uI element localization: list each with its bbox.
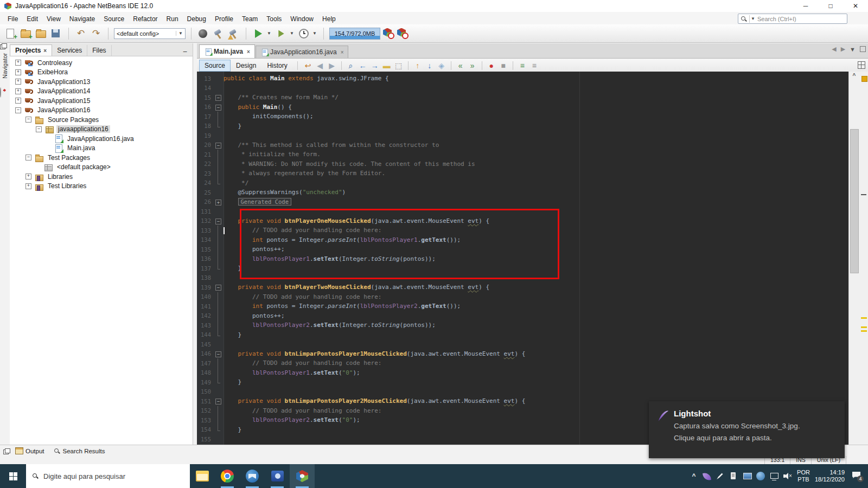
view-design-button[interactable]: Design xyxy=(231,60,261,72)
new-file-icon[interactable]: + xyxy=(4,27,17,40)
dock-output[interactable]: Output xyxy=(11,447,49,455)
toggle-bookmark-icon[interactable]: ◈ xyxy=(436,60,448,71)
close-button[interactable]: ✕ xyxy=(843,0,868,12)
editor-scrollbar[interactable]: ^ xyxy=(848,72,859,445)
start-button[interactable] xyxy=(0,464,26,488)
tree-item[interactable]: −Source Packages xyxy=(10,115,193,125)
display-settings-icon[interactable] xyxy=(743,472,751,480)
profile-dropdown-icon[interactable]: ▼ xyxy=(312,31,318,36)
tree-expander-icon[interactable]: + xyxy=(15,88,21,94)
record-macro-icon[interactable]: ● xyxy=(486,60,497,71)
save-all-icon[interactable] xyxy=(50,27,63,40)
clean-and-build-icon[interactable] xyxy=(227,27,240,40)
menu-profile[interactable]: Profile xyxy=(210,14,238,24)
quick-search-input[interactable]: ▼ Search (Ctrl+I) xyxy=(738,14,847,24)
fold-toggle-icon[interactable]: − xyxy=(213,93,224,102)
split-editor-icon[interactable] xyxy=(858,61,865,69)
tab-scroll-right-icon[interactable]: ▶ xyxy=(841,46,845,53)
stripe-warning-mark[interactable] xyxy=(861,317,867,319)
tree-item[interactable]: <default package> xyxy=(10,163,193,172)
menu-navigate[interactable]: Navigate xyxy=(65,14,99,24)
fold-toggle-icon[interactable]: + xyxy=(213,197,224,207)
taskbar-app-chrome[interactable] xyxy=(215,464,240,488)
stripe-warning-mark[interactable] xyxy=(861,330,867,332)
error-stripe[interactable] xyxy=(859,72,868,445)
debug-icon[interactable] xyxy=(275,27,288,40)
taskbar-app-file-explorer[interactable] xyxy=(190,464,215,488)
fold-box-icon[interactable]: − xyxy=(215,143,221,149)
build-hammer-icon[interactable] xyxy=(212,27,225,40)
tree-expander-icon[interactable]: + xyxy=(15,60,21,66)
menu-debug[interactable]: Debug xyxy=(183,14,210,24)
tree-item[interactable]: JavaApplication16.java xyxy=(10,134,193,144)
new-project-icon[interactable]: + xyxy=(20,27,33,40)
warnings-indicator-icon[interactable] xyxy=(861,76,867,82)
dock-search-results[interactable]: Search Results xyxy=(49,447,110,455)
fold-box-icon[interactable]: − xyxy=(215,285,221,291)
view-source-button[interactable]: Source xyxy=(199,60,231,72)
profile-icon[interactable] xyxy=(297,27,310,40)
navigator-compass-icon[interactable] xyxy=(0,87,1,98)
run-icon[interactable] xyxy=(252,27,265,40)
shift-left-icon[interactable]: « xyxy=(455,60,467,71)
tray-expand-icon[interactable]: ^ xyxy=(690,472,698,480)
editor-tab-javaapplication16.java[interactable]: JavaApplication16.java× xyxy=(256,46,349,58)
fold-box-icon[interactable]: + xyxy=(215,200,221,206)
tree-item[interactable]: −javaapplication16 xyxy=(10,125,193,134)
tree-item[interactable]: −JavaApplication16 xyxy=(10,106,193,115)
menu-file[interactable]: File xyxy=(3,14,22,24)
tree-item[interactable]: −Test Packages xyxy=(10,153,193,163)
menu-edit[interactable]: Edit xyxy=(22,14,42,24)
editor-tab-main.java[interactable]: Main.java× xyxy=(199,44,255,58)
language-indicator[interactable]: PORPTB xyxy=(797,469,810,483)
close-tab-icon[interactable]: × xyxy=(341,49,344,55)
search-dropdown-icon[interactable]: ▼ xyxy=(751,16,755,21)
tab-list-dropdown-icon[interactable]: ▼ xyxy=(850,46,856,53)
scrollbar-thumb[interactable] xyxy=(850,129,859,273)
minimize-panel-icon[interactable]: − xyxy=(177,47,193,56)
debug-dropdown-icon[interactable]: ▼ xyxy=(290,31,295,36)
prev-bookmark-icon[interactable]: ↑ xyxy=(412,60,424,71)
memory-usage[interactable]: 154,7/972,0MB xyxy=(329,28,380,40)
taskbar-app-media-app[interactable] xyxy=(265,464,290,488)
stop-macro-icon[interactable]: ■ xyxy=(497,60,509,71)
toggle-highlight-icon[interactable]: ▬ xyxy=(381,60,393,71)
tree-expander-icon[interactable]: − xyxy=(15,107,21,113)
panel-tab-projects[interactable]: Projects× xyxy=(10,44,52,56)
minimize-button[interactable]: ─ xyxy=(793,0,818,12)
run-dropdown-icon[interactable]: ▼ xyxy=(267,31,272,36)
tree-item[interactable]: +JavaApplication15 xyxy=(10,96,193,106)
dock-windows-icon[interactable] xyxy=(3,448,10,454)
view-history-button[interactable]: History xyxy=(261,60,292,72)
prev-occurrence-icon[interactable]: ← xyxy=(357,60,369,71)
code-editor[interactable]: 13public class Main extends javax.swing.… xyxy=(197,72,868,445)
gc-target-icon[interactable] xyxy=(397,28,409,40)
fold-box-icon[interactable]: − xyxy=(215,105,221,111)
fold-box-icon[interactable]: − xyxy=(215,95,221,101)
config-select[interactable]: <default config> ▼ xyxy=(114,28,186,39)
menu-tools[interactable]: Tools xyxy=(262,14,286,24)
lightshot-tray-icon[interactable] xyxy=(703,472,711,481)
clock[interactable]: 14:1918/12/2020 xyxy=(815,469,845,483)
fold-box-icon[interactable]: − xyxy=(215,351,221,357)
lightshot-notification[interactable]: Lightshot Captura salva como Screenshot_… xyxy=(649,401,845,458)
menu-run[interactable]: Run xyxy=(162,14,183,24)
scroll-up-icon[interactable]: ^ xyxy=(849,73,859,79)
fold-box-icon[interactable]: − xyxy=(215,399,221,404)
uncomment-icon[interactable]: ≡ xyxy=(528,60,540,71)
panel-tab-files[interactable]: Files xyxy=(87,45,111,56)
gc-clock-icon[interactable] xyxy=(382,28,394,40)
tree-item[interactable]: +FXExibeHora xyxy=(10,68,193,78)
open-project-icon[interactable] xyxy=(35,27,48,40)
tree-expander-icon[interactable]: + xyxy=(25,174,31,179)
menu-window[interactable]: Window xyxy=(286,14,318,24)
fold-toggle-icon[interactable]: − xyxy=(213,349,224,359)
find-selection-icon[interactable]: ⌕ xyxy=(345,60,357,71)
tree-item[interactable]: Main.java xyxy=(10,144,193,153)
tree-expander-icon[interactable]: + xyxy=(15,98,21,104)
notification-center-icon[interactable]: 4 xyxy=(852,471,863,481)
menu-help[interactable]: Help xyxy=(318,14,340,24)
taskbar-app-thunderbird[interactable] xyxy=(240,464,265,488)
last-edit-icon[interactable]: ↩ xyxy=(302,60,314,71)
tree-expander-icon[interactable]: − xyxy=(25,117,31,123)
